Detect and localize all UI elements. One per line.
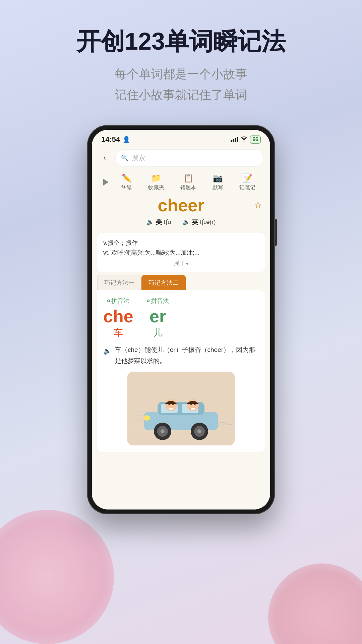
phone-frame: 14:54 👤 — [87, 125, 275, 514]
phonetic-uk[interactable]: 🔈 英 tʃɪə(r) — [183, 218, 216, 226]
phone-screen: 14:54 👤 — [92, 130, 270, 509]
memory-sentence: 🔈 车（che）能使儿（er）子振奋（cheer），因为那是他梦寐以求的。 — [103, 344, 259, 366]
dictation-icon: 📷 — [213, 173, 223, 183]
sub-title-line2: 记住小故事就记住了单词 — [0, 85, 362, 105]
svg-point-12 — [143, 415, 150, 421]
mistakes-icon: 📋 — [183, 173, 193, 183]
notes-label: 记笔记 — [239, 184, 255, 191]
pinyin-meaning-2: 儿 — [153, 326, 163, 339]
battery-display: 66 — [250, 136, 261, 144]
definition-line2: vt. 欢呼;使高兴;为...喝彩;为...加油;... — [103, 248, 259, 258]
pinyin-meaning-1: 车 — [114, 326, 123, 339]
svg-rect-16 — [191, 408, 195, 410]
definition-line1: v.振奋；振作 — [103, 238, 259, 248]
toolbar-mistakes[interactable]: 📋 错题本 — [180, 173, 196, 191]
word-row: cheer ☆ — [100, 195, 262, 215]
memory-speaker-icon[interactable]: 🔈 — [103, 345, 112, 357]
pinyin-method-label-1: 拼音法 — [107, 297, 129, 305]
content-card: 拼音法 che 车 拼音法 er 儿 — [97, 290, 265, 452]
correct-icon: ✏️ — [122, 173, 132, 183]
svg-point-8 — [161, 429, 165, 433]
person-icon: 👤 — [123, 136, 130, 143]
pinyin-syllable-1: che — [103, 308, 133, 325]
favorites-icon: 📁 — [151, 173, 161, 183]
toolbar-row: ✏️ 纠错 📁 收藏夹 📋 错题本 📷 默写 — [92, 171, 270, 193]
phonetic-us[interactable]: 🔈 美 tʃɪr — [146, 218, 172, 226]
svg-rect-14 — [169, 408, 173, 410]
wifi-icon — [241, 136, 247, 143]
search-box[interactable]: 🔍 搜索 — [115, 149, 263, 167]
tab-method-2[interactable]: 巧记方法二 — [141, 275, 186, 290]
search-area: ‹ 🔍 搜索 — [92, 147, 270, 171]
definition-box: v.振奋；振作 vt. 欢呼;使高兴;为...喝彩;为...加油;... 展开 … — [97, 233, 265, 273]
mistakes-label: 错题本 — [180, 184, 196, 191]
toolbar-correct[interactable]: ✏️ 纠错 — [121, 173, 132, 191]
time-display: 14:54 — [101, 135, 120, 144]
toolbar-dictation[interactable]: 📷 默写 — [213, 173, 223, 191]
car-illustration — [127, 372, 235, 445]
notes-icon: 📝 — [242, 173, 252, 183]
play-icon — [103, 179, 109, 185]
toolbar-favorites[interactable]: 📁 收藏夹 — [148, 173, 164, 191]
bg-blob-left — [0, 510, 114, 644]
illustration-box — [127, 372, 235, 445]
speaker-us-icon: 🔈 — [146, 218, 154, 226]
phonetic-uk-symbol: tʃɪə(r) — [200, 218, 216, 226]
sub-title-line1: 每个单词都是一个小故事 — [0, 64, 362, 84]
memory-text: 车（che）能使儿（er）子振奋（cheer），因为那是他梦寐以求的。 — [115, 344, 259, 366]
svg-point-11 — [197, 429, 201, 433]
tabs-row: 巧记方法一 巧记方法二 — [92, 275, 270, 290]
sub-title: 每个单词都是一个小故事 记住小故事就记住了单词 — [0, 64, 362, 105]
phonetic-us-symbol: tʃɪr — [164, 218, 172, 226]
header-area: 开创123单词瞬记法 每个单词都是一个小故事 记住小故事就记住了单词 — [0, 0, 362, 105]
pinyin-dot-1 — [107, 300, 110, 302]
toolbar-notes[interactable]: 📝 记笔记 — [239, 173, 255, 191]
play-button[interactable] — [99, 175, 113, 190]
search-placeholder: 搜索 — [132, 153, 145, 162]
tab-method-1[interactable]: 巧记方法一 — [97, 275, 141, 290]
pinyin-cols: 拼音法 che 车 拼音法 er 儿 — [103, 297, 259, 339]
expand-arrow-icon: ▾ — [186, 261, 188, 266]
phonetics-row: 🔈 美 tʃɪr 🔈 英 tʃɪə(r) — [100, 218, 262, 226]
phonetic-uk-lang: 英 — [192, 218, 198, 226]
back-button[interactable]: ‹ — [99, 152, 111, 164]
expand-row[interactable]: 展开 ▾ — [103, 260, 259, 267]
status-icons: 66 — [231, 136, 261, 144]
pinyin-col-1: 拼音法 che 车 — [103, 297, 133, 339]
word-section: cheer ☆ 🔈 美 tʃɪr 🔈 英 tʃɪə(r) — [92, 193, 270, 230]
main-word: cheer — [158, 195, 204, 215]
toolbar-items: ✏️ 纠错 📁 收藏夹 📋 错题本 📷 默写 — [113, 173, 263, 191]
pinyin-syllable-2: er — [149, 308, 166, 325]
illustration-container — [103, 372, 259, 445]
speaker-uk-icon: 🔈 — [183, 218, 190, 226]
star-icon[interactable]: ☆ — [254, 200, 262, 211]
pinyin-dot-2 — [147, 300, 149, 302]
phonetic-us-lang: 美 — [156, 218, 162, 226]
status-time: 14:54 👤 — [101, 135, 130, 144]
search-icon: 🔍 — [121, 154, 128, 162]
signal-bars — [231, 137, 238, 142]
expand-label: 展开 — [174, 260, 185, 267]
pinyin-col-2: 拼音法 er 儿 — [147, 297, 169, 339]
main-title: 开创123单词瞬记法 — [0, 27, 362, 56]
pinyin-method-label-2: 拼音法 — [147, 297, 169, 305]
phone-wrapper: 14:54 👤 — [0, 125, 362, 514]
status-bar: 14:54 👤 — [92, 130, 270, 147]
bg-blob-right — [268, 564, 362, 644]
correct-label: 纠错 — [121, 184, 132, 191]
favorites-label: 收藏夹 — [148, 184, 164, 191]
dictation-label: 默写 — [213, 184, 223, 191]
